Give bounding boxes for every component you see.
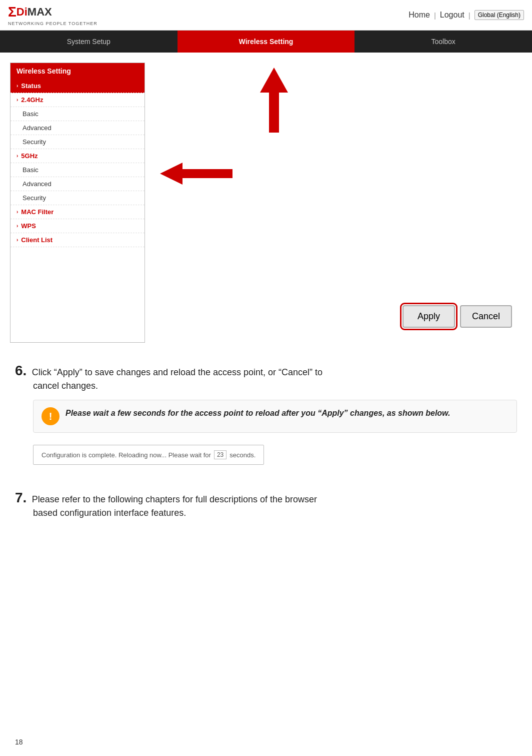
warning-icon: ! [42, 407, 60, 425]
warning-text: Please wait a few seconds for the access… [66, 407, 450, 419]
sidebar-item-5ghz-advanced[interactable]: Advanced [10, 177, 144, 191]
tab-system-setup[interactable]: System Setup [0, 31, 178, 53]
chevron-icon: › [16, 237, 18, 243]
chevron-icon: › [16, 97, 18, 103]
sidebar-item-2ghz-basic[interactable]: Basic [10, 107, 144, 121]
logo-subtitle: NETWORKING PEOPLE TOGETHER [8, 21, 98, 26]
content-panel: Apply Cancel [155, 63, 522, 343]
tab-toolbox[interactable]: Toolbox [354, 31, 532, 53]
tab-wireless-setting[interactable]: Wireless Setting [178, 31, 355, 53]
page-number: 18 [15, 738, 23, 746]
language-selector[interactable]: Global (English) [474, 10, 524, 20]
step-6: 6. Click “Apply” to save changes and rel… [15, 363, 517, 475]
sidebar-item-mac-filter[interactable]: › MAC Filter [10, 205, 144, 219]
sidebar-item-2ghz-advanced[interactable]: Advanced [10, 121, 144, 135]
logo-brand: Σ Di MAX [8, 4, 98, 20]
arrow-up-body [269, 93, 279, 133]
sidebar-item-status[interactable]: › Status [10, 79, 144, 93]
config-message: Configuration is complete. Reloading now… [33, 445, 264, 465]
arrow-left-body [182, 169, 232, 178]
sidebar-item-2ghz[interactable]: › 2.4GHz [10, 93, 144, 107]
arrow-left-icon [160, 163, 232, 185]
sidebar-title: Wireless Setting [10, 63, 144, 79]
header-nav: Home | Logout | Global (English) [408, 10, 524, 20]
logo-di: Di [16, 6, 28, 19]
step-7-number: 7. [15, 490, 26, 505]
main-content: Wireless Setting › Status › 2.4GHz Basic… [0, 53, 532, 353]
chevron-icon: › [16, 153, 18, 159]
sidebar-item-client-list[interactable]: › Client List [10, 233, 144, 247]
chevron-icon: › [16, 209, 18, 215]
steps-section: 6. Click “Apply” to save changes and rel… [0, 353, 532, 545]
arrow-left-head [160, 163, 182, 185]
logo-max: MAX [28, 6, 52, 19]
logo: Σ Di MAX NETWORKING PEOPLE TOGETHER [8, 4, 98, 26]
step-7: 7. Please refer to the following chapter… [15, 490, 517, 520]
nav-tabs: System Setup Wireless Setting Toolbox [0, 31, 532, 53]
page-header: Σ Di MAX NETWORKING PEOPLE TOGETHER Home… [0, 0, 532, 31]
chevron-icon: › [16, 83, 18, 89]
config-counter: 23 [214, 450, 226, 459]
step-6-number: 6. [15, 363, 26, 378]
sidebar-item-wps[interactable]: › WPS [10, 219, 144, 233]
sidebar-item-5ghz-basic[interactable]: Basic [10, 163, 144, 177]
arrow-up-icon [260, 68, 288, 133]
nav-separator2: | [468, 11, 470, 20]
step-6-subtext: cancel changes. [33, 379, 517, 393]
step-6-text: Click “Apply” to save changes and reload… [32, 367, 322, 377]
sidebar-item-5ghz[interactable]: › 5GHz [10, 149, 144, 163]
step-7-subtext: based configuration interface features. [33, 506, 517, 520]
nav-separator: | [434, 11, 436, 20]
sidebar-item-5ghz-security[interactable]: Security [10, 191, 144, 205]
arrow-up-head [260, 68, 288, 93]
config-suffix: seconds. [230, 451, 256, 459]
sidebar: Wireless Setting › Status › 2.4GHz Basic… [10, 63, 145, 343]
apply-button[interactable]: Apply [402, 305, 455, 328]
logo-sigma-icon: Σ [8, 4, 16, 20]
action-buttons: Apply Cancel [402, 305, 512, 328]
warning-box: ! Please wait a few seconds for the acce… [33, 400, 517, 433]
cancel-button[interactable]: Cancel [460, 305, 512, 328]
sidebar-item-2ghz-security[interactable]: Security [10, 135, 144, 149]
config-prefix: Configuration is complete. Reloading now… [42, 451, 211, 459]
logout-link[interactable]: Logout [440, 11, 464, 20]
home-link[interactable]: Home [408, 11, 430, 20]
chevron-icon: › [16, 223, 18, 229]
step-7-text: Please refer to the following chapters f… [32, 494, 317, 504]
